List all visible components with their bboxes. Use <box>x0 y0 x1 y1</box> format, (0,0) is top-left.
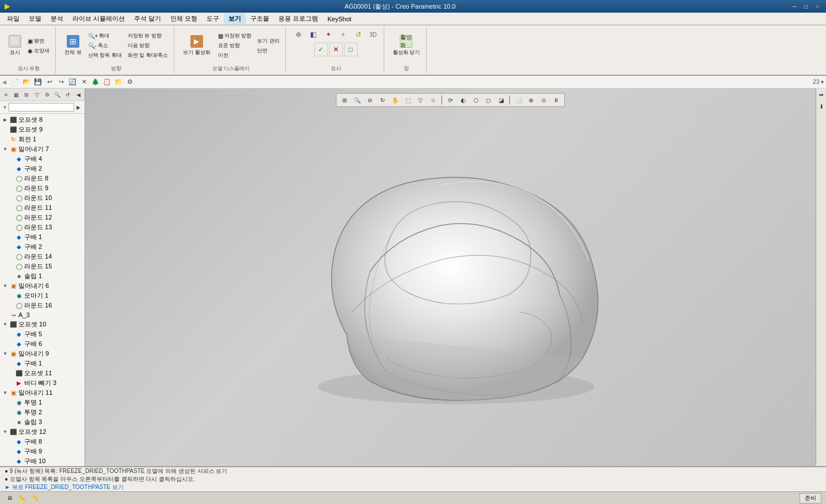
bottombar-ready-button[interactable]: 준비 <box>800 493 821 503</box>
vp-zoom-out[interactable]: ⊖ <box>364 95 376 105</box>
ribbon-btn-screen-zoom[interactable]: 화면 및 확대/축소 <box>125 51 171 60</box>
tree-item-round16[interactable]: ◯ 라운드 16 <box>0 301 85 310</box>
qb-folder[interactable]: 📁 <box>113 77 124 87</box>
tree-item-shell1c[interactable]: ◆ 구배 1 <box>0 232 85 242</box>
menu-file[interactable]: 파일 <box>2 13 24 24</box>
vp-zoom-fit[interactable]: ⊞ <box>339 95 350 105</box>
tree-item-shell1d[interactable]: ◆ 구배 1 <box>0 359 85 368</box>
ribbon-btn-prev-orient[interactable]: 이전 <box>216 51 254 60</box>
tree-filter-btn[interactable]: ▽ <box>32 90 42 100</box>
vp-pause[interactable]: ⏸ <box>550 95 562 105</box>
tree-refresh[interactable]: ↺ <box>63 90 72 100</box>
expand-icon[interactable]: ▼ <box>2 351 8 357</box>
menu-analysis[interactable]: 분석 <box>46 13 68 24</box>
tree-item-revolve1[interactable]: ↻ 회전 1 <box>0 134 85 144</box>
tree-item-motor1[interactable]: ◉ 오마기 1 <box>0 291 85 301</box>
tree-item-round11[interactable]: ◯ 라운드 11 <box>0 203 85 213</box>
vp-hidden[interactable]: ◻ <box>483 95 494 105</box>
tree-item-tube2[interactable]: ◉ 투명 2 <box>0 407 85 417</box>
tree-collapse-panel[interactable]: ◀ <box>74 90 83 100</box>
qb-redo[interactable]: ↪ <box>56 77 66 87</box>
expand-icon[interactable] <box>2 137 8 143</box>
tree-item-round8[interactable]: ◯ 라운드 8 <box>0 174 85 183</box>
qb-layer-tree[interactable]: 📋 <box>102 77 112 87</box>
tree-filter-input[interactable] <box>9 103 74 111</box>
menu-human[interactable]: 인체 모형 <box>166 13 202 24</box>
viewport[interactable]: ⊞ 🔍 ⊖ ↻ ✋ ⬚ ▽ ⊹ ⟳ ◐ ⬡ ◻ ◪ ⬜ ⊕ ⊙ ⏸ <box>85 89 816 466</box>
vp-no-hidden[interactable]: ◪ <box>495 95 507 105</box>
qb-new[interactable]: 📄 <box>10 77 20 87</box>
vp-orient[interactable]: ⊹ <box>427 95 439 105</box>
tree-item-pullout11[interactable]: ▼ ▣ 밀어내기 11 <box>0 388 85 398</box>
right-panel-btn1[interactable]: ⬆ <box>816 90 827 100</box>
tree-item-round13[interactable]: ◯ 라운드 13 <box>0 222 85 232</box>
ribbon-btn-zoomout[interactable]: 🔍- 축소 <box>86 41 124 51</box>
ribbon-btn-square[interactable]: □ <box>344 43 358 56</box>
tree-item-shell2[interactable]: ◆ 구배 2 <box>0 164 85 174</box>
vp-perspective[interactable]: ⬜ <box>513 95 524 105</box>
tree-settings[interactable]: ⚙ <box>43 90 52 100</box>
tree-item-shell4[interactable]: ◆ 구배 4 <box>0 154 85 164</box>
qb-regen[interactable]: 🔄 <box>67 77 78 87</box>
tree-item-shell5[interactable]: ◆ 구배 5 <box>0 329 85 339</box>
tree-column-view[interactable]: ⊞ <box>22 90 32 100</box>
ribbon-btn-check[interactable]: ✓ <box>314 43 328 56</box>
tree-expand-all[interactable]: ≡ <box>1 90 11 100</box>
expand-icon[interactable]: ▼ <box>2 147 8 152</box>
tree-item-a3[interactable]: ⊸ A_3 <box>0 310 85 320</box>
menu-apps[interactable]: 응용 프로그램 <box>274 13 323 24</box>
ribbon-btn-section[interactable]: 단면 <box>255 46 282 55</box>
close-button[interactable]: ✕ <box>813 2 821 10</box>
menu-simulation[interactable]: 라이브 시뮬레이션 <box>68 13 129 24</box>
ribbon-btn-axes[interactable]: ⊕ <box>292 28 305 41</box>
qb-save[interactable]: 💾 <box>33 77 43 87</box>
tree-item-round15[interactable]: ◯ 라운드 15 <box>0 261 85 271</box>
ribbon-btn-next[interactable]: 다음 방향 <box>125 41 171 51</box>
tree-item-round9[interactable]: ◯ 라운드 9 <box>0 183 85 193</box>
ribbon-btn-preview[interactable]: ▶ 보기 활성화 <box>180 31 213 61</box>
tree-item-pullout9[interactable]: ▼ ▣ 밀어내기 9 <box>0 349 85 359</box>
tree-item-shell2c[interactable]: ◆ 구배 2 <box>0 242 85 252</box>
ribbon-btn-fullview[interactable]: ⊞ 전체 뷰 <box>62 31 85 61</box>
tree-item-offset12[interactable]: ▼ ⬛ 오프셋 12 <box>0 427 85 437</box>
tree-item-round10[interactable]: ◯ 라운드 10 <box>0 193 85 203</box>
minimize-button[interactable]: ─ <box>790 2 798 10</box>
ribbon-btn-std-orient[interactable]: 표준 방향 <box>216 41 254 51</box>
right-panel-btn2[interactable]: ⬇ <box>816 101 827 111</box>
qb-undo[interactable]: ↩ <box>44 77 55 87</box>
menu-keyshot[interactable]: KeyShot <box>323 14 356 24</box>
menu-tools[interactable]: 도구 <box>202 13 224 24</box>
ribbon-btn-cs[interactable]: ⌖ <box>336 28 350 41</box>
vp-orient-mode[interactable]: ⊙ <box>538 95 549 105</box>
tree-item-offset10[interactable]: ▼ ⬛ 오프셋 10 <box>0 320 85 329</box>
tree-item-solid1[interactable]: ■ 솔립 1 <box>0 271 85 281</box>
maximize-button[interactable]: □ <box>802 2 810 10</box>
menu-structure[interactable]: 구조물 <box>246 13 274 24</box>
qb-close[interactable]: ✕ <box>79 77 89 87</box>
tree-item-offset9[interactable]: ⬛ 오프셋 9 <box>0 125 85 134</box>
tree-filter-clear[interactable]: ▶ <box>74 102 82 113</box>
bottombar-icon1[interactable]: 🖥 <box>5 493 15 503</box>
tree-item-round14[interactable]: ◯ 라운드 14 <box>0 252 85 261</box>
model-tree[interactable]: ▶ ⬛ 오프셋 8 ⬛ 오프셋 9 ↻ 회전 1 ▼ ▣ 밀어내기 7 <box>0 114 85 466</box>
qb-open[interactable]: 📂 <box>21 77 32 87</box>
tree-item-offset8[interactable]: ▶ ⬛ 오프셋 8 <box>0 115 85 125</box>
expand-icon[interactable]: ▼ <box>2 322 8 328</box>
ribbon-btn-model-style[interactable]: ◉ 모양새 <box>25 46 52 55</box>
qb-settings[interactable]: ⚙ <box>125 77 135 87</box>
qb-model-tree[interactable]: 🌲 <box>90 77 101 87</box>
ribbon-btn-spin[interactable]: ↺ <box>351 28 365 41</box>
ribbon-btn-planes[interactable]: ◧ <box>307 28 320 41</box>
ribbon-btn-points[interactable]: ✦ <box>322 28 335 41</box>
tree-item-shell9[interactable]: ◆ 구배 9 <box>0 447 85 456</box>
bottombar-icon3[interactable]: 📏 <box>30 493 40 503</box>
expand-icon[interactable]: ▼ <box>2 283 8 289</box>
menu-model[interactable]: 모델 <box>24 13 46 24</box>
vp-named-view[interactable]: ▽ <box>415 95 426 105</box>
menu-view[interactable]: 보기 <box>224 13 246 24</box>
bottombar-icon2[interactable]: 📐 <box>17 493 28 503</box>
tree-list-view[interactable]: ▦ <box>12 90 21 100</box>
tree-item-shell6[interactable]: ◆ 구배 6 <box>0 339 85 349</box>
ribbon-btn-3d-notes[interactable]: 3D <box>366 28 380 41</box>
tree-item-pullout7[interactable]: ▼ ▣ 밀어내기 7 <box>0 144 85 154</box>
